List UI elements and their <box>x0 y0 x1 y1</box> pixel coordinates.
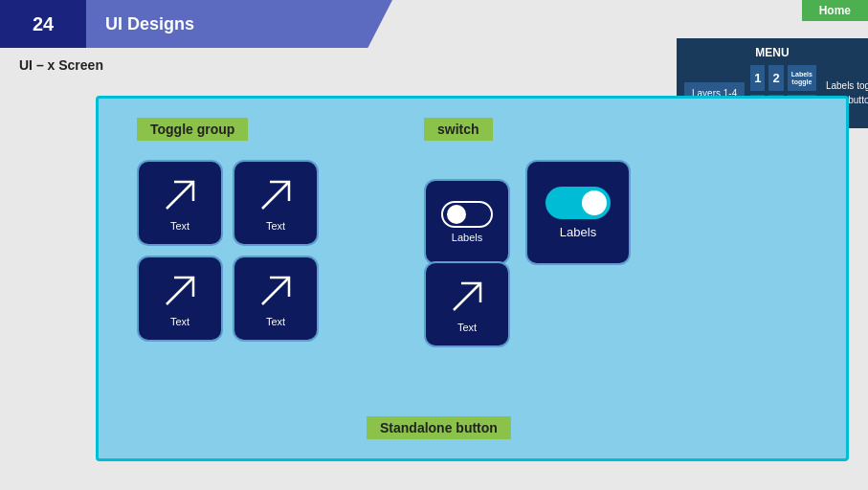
svg-line-1 <box>262 182 289 209</box>
toggle-group-grid: Text Text Text <box>137 160 319 342</box>
toggle-btn-r1c1[interactable]: Text <box>137 160 223 246</box>
switch-area: switch Labels Labels <box>424 118 631 265</box>
menu-label-labels-toggle: Labels toggle <box>826 80 868 91</box>
switch-off-button[interactable]: Labels <box>424 179 510 265</box>
arrow-icon <box>255 174 297 216</box>
header-title-bg: UI Designs <box>86 0 392 48</box>
top-right-panel: Home MENU Layers 1-4 1 2 Labelstoggle 3 … <box>802 0 868 21</box>
home-button[interactable]: Home <box>802 0 868 21</box>
switch-row: Labels Labels <box>424 160 631 265</box>
toggle-btn-r2c2-label: Text <box>266 316 285 327</box>
svg-line-4 <box>454 283 480 310</box>
toggle-btn-r2c2[interactable]: Text <box>233 256 319 342</box>
toggle-group-label: Toggle group <box>137 118 248 141</box>
standalone-area: Text <box>424 261 510 347</box>
switch-off-label: Labels <box>452 232 482 243</box>
switch-on-label: Labels <box>560 225 596 239</box>
standalone-button[interactable]: Text <box>424 261 510 347</box>
switch-knob-on <box>582 190 607 215</box>
main-canvas: Toggle group Text Text <box>96 96 849 461</box>
menu-grid-btn-labels[interactable]: Labelstoggle <box>788 65 816 91</box>
arrow-icon <box>255 270 297 312</box>
svg-line-0 <box>167 182 193 209</box>
toggle-btn-r2c1[interactable]: Text <box>137 256 223 342</box>
toggle-group-area: Toggle group Text Text <box>137 118 319 342</box>
switch-on-button[interactable]: Labels <box>525 160 631 265</box>
standalone-button-label: Text <box>457 322 477 333</box>
standalone-section-label: Standalone button <box>367 416 511 439</box>
svg-line-2 <box>167 278 193 304</box>
page-subtitle: UI – x Screen <box>19 57 103 73</box>
menu-title: MENU <box>684 46 860 59</box>
toggle-btn-r2c1-label: Text <box>170 316 189 327</box>
toggle-btn-r1c1-label: Text <box>170 220 189 232</box>
header-title: UI Designs <box>105 14 194 34</box>
toggle-btn-r1c2[interactable]: Text <box>233 160 319 246</box>
switch-knob-off <box>447 205 466 224</box>
switch-label: switch <box>424 118 493 141</box>
toggle-btn-r1c2-label: Text <box>266 220 285 232</box>
header-number: 24 <box>0 0 86 48</box>
svg-line-3 <box>262 278 289 304</box>
menu-grid-btn-1[interactable]: 1 <box>750 65 765 91</box>
menu-grid-btn-2[interactable]: 2 <box>768 65 783 91</box>
arrow-icon <box>446 276 488 318</box>
arrow-icon <box>159 270 201 312</box>
switch-visual-off <box>441 201 493 228</box>
arrow-icon <box>159 174 201 216</box>
switch-visual-on <box>545 187 611 219</box>
